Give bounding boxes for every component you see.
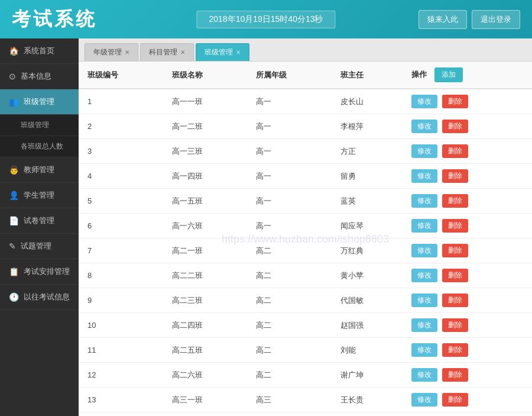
cell-teacher: 万红典 [332,238,403,263]
cell-name: 高二三班 [163,288,248,313]
table-row: 1 高一一班 高一 皮长山 修改 删除 [79,89,532,114]
cell-teacher: 蓝英 [332,189,403,214]
edit-button[interactable]: 修改 [411,294,437,307]
sidebar-sub-class-count[interactable]: 各班级总人数 [0,136,79,157]
tab-grade-mgmt[interactable]: 年级管理 ✕ [85,43,138,61]
sidebar-item-question-mgmt[interactable]: ✎ 试题管理 [0,234,79,259]
cell-grade: 高一 [247,214,332,238]
cell-teacher: 王长贵 [332,388,403,412]
student-icon: 👤 [9,191,19,200]
tab-subject-close-icon[interactable]: ✕ [180,49,185,56]
content-area: 年级管理 ✕ 科目管理 ✕ 班级管理 ✕ https://www.huzban.… [79,38,532,416]
cell-name: 高一二班 [163,114,248,139]
sidebar-label-exam-history: 以往考试信息 [24,292,70,302]
cell-name: 高二五班 [163,338,248,363]
edit-button[interactable]: 修改 [411,368,437,382]
ops-col: 修改 删除 [411,169,523,183]
tab-class-close-icon[interactable]: ✕ [236,49,241,56]
cell-ops: 修改 删除 [403,412,532,417]
col-header-id: 班级编号 [79,62,163,89]
cell-id: 1 [79,89,163,114]
cell-teacher: 闻应琴 [332,214,403,238]
main-layout: 🏠 系统首页 ⊙ 基本信息 👥 班级管理 班级管理 各班级总人数 👨 教师管理 … [0,38,532,416]
cell-id: 2 [79,114,163,139]
edit-button[interactable]: 修改 [411,144,437,158]
cell-ops: 修改 删除 [403,214,532,238]
sidebar-label-exam-arrange: 考试安排管理 [24,266,70,277]
edit-button[interactable]: 修改 [411,393,437,407]
edit-button[interactable]: 修改 [411,169,437,183]
col-header-ops: 操作 添加 [403,62,532,89]
sidebar-item-student-mgmt[interactable]: 👤 学生管理 [0,183,79,208]
edit-button[interactable]: 修改 [411,120,437,133]
header: 考试系统 2018年10月19日15时40分13秒 猿来入此 退出登录 [0,0,532,38]
col-header-grade: 所属年级 [247,62,332,89]
class-table: 班级编号 班级名称 所属年级 班主任 操作 添加 1 高一一班 高一 皮长山 [79,62,532,416]
delete-button[interactable]: 删除 [442,244,468,257]
sidebar-item-paper-mgmt[interactable]: 📄 试卷管理 [0,208,79,234]
cell-name: 高一一班 [163,89,248,114]
arrange-icon: 📋 [9,267,19,276]
cell-ops: 修改 删除 [403,164,532,189]
delete-button[interactable]: 删除 [442,219,468,233]
delete-button[interactable]: 删除 [442,318,468,332]
table-row: 4 高一四班 高一 留勇 修改 删除 [79,164,532,189]
question-icon: ✎ [9,241,16,251]
cell-id: 9 [79,288,163,313]
edit-button[interactable]: 修改 [411,269,437,282]
ops-col: 修改 删除 [411,95,523,108]
cell-teacher: 赵国强 [332,313,403,338]
cell-ops: 修改 删除 [403,313,532,338]
table-row: 7 高二一班 高二 万红典 修改 删除 [79,238,532,263]
tab-subject-mgmt[interactable]: 科目管理 ✕ [140,43,194,61]
sidebar-item-exam-arrange[interactable]: 📋 考试安排管理 [0,259,79,285]
sidebar-item-exam-history[interactable]: 🕐 以往考试信息 [0,285,79,310]
delete-button[interactable]: 删除 [442,194,468,208]
add-button[interactable]: 添加 [434,67,463,82]
delete-button[interactable]: 删除 [442,343,468,357]
sidebar-item-class-mgmt[interactable]: 👥 班级管理 [0,89,79,115]
cell-grade: 高二 [247,238,332,263]
edit-button[interactable]: 修改 [411,194,437,208]
cell-id: 5 [79,189,163,214]
edit-button[interactable]: 修改 [411,318,437,332]
delete-button[interactable]: 删除 [442,144,468,158]
table-container: https://www.huzban.com/ishop8803 班级编号 班级… [79,62,532,416]
table-row: 14 高三二班 高三 谢大脚 修改 删除 [79,412,532,417]
edit-button[interactable]: 修改 [411,219,437,233]
cell-id: 7 [79,238,163,263]
sidebar-label-student-mgmt: 学生管理 [24,190,54,201]
logout-button[interactable]: 退出登录 [472,10,520,29]
delete-button[interactable]: 删除 [442,269,468,282]
edit-button[interactable]: 修改 [411,95,437,108]
paper-icon: 📄 [9,216,19,225]
cell-grade: 高二 [247,263,332,288]
cell-name: 高二六班 [163,363,248,388]
delete-button[interactable]: 删除 [442,120,468,133]
sidebar-item-home[interactable]: 🏠 系统首页 [0,38,79,64]
delete-button[interactable]: 删除 [442,393,468,407]
delete-button[interactable]: 删除 [442,95,468,108]
tab-grade-close-icon[interactable]: ✕ [125,49,129,56]
history-icon: 🕐 [9,292,19,302]
table-row: 11 高二五班 高二 刘能 修改 删除 [79,338,532,363]
sidebar-label-teacher-mgmt: 教师管理 [24,165,54,175]
col-header-teacher: 班主任 [332,62,403,89]
sidebar-label-paper-mgmt: 试卷管理 [24,215,54,226]
delete-button[interactable]: 删除 [442,169,468,183]
edit-button[interactable]: 修改 [411,244,437,257]
edit-button[interactable]: 修改 [411,343,437,357]
cell-grade: 高一 [247,164,332,189]
sidebar-item-teacher-mgmt[interactable]: 👨 教师管理 [0,157,79,183]
enter-button[interactable]: 猿来入此 [419,10,467,29]
delete-button[interactable]: 删除 [442,294,468,307]
cell-teacher: 黄小苹 [332,263,403,288]
table-row: 8 高二二班 高二 黄小苹 修改 删除 [79,263,532,288]
sidebar-item-basic-info[interactable]: ⊙ 基本信息 [0,64,79,89]
delete-button[interactable]: 删除 [442,368,468,382]
sidebar-sub-menu: 班级管理 各班级总人数 [0,115,79,157]
cell-ops: 修改 删除 [403,114,532,139]
cell-ops: 修改 删除 [403,338,532,363]
tab-class-mgmt[interactable]: 班级管理 ✕ [196,43,249,61]
sidebar-sub-class-list[interactable]: 班级管理 [0,115,79,136]
